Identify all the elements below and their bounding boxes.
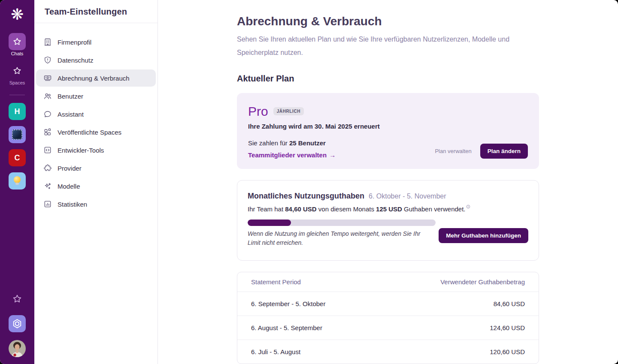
usage-line-prefix: Ihr Team hat: [248, 205, 285, 213]
column-header-period: Statement Period: [251, 278, 301, 286]
bot-initial: H: [15, 107, 20, 116]
star-icon: [9, 62, 26, 79]
sidebar-item-entwickler-tools[interactable]: Entwickler-Tools: [36, 141, 156, 159]
info-icon[interactable]: [466, 205, 470, 210]
main-panel: Abrechnung & Verbrauch Sehen Sie Ihren a…: [158, 0, 618, 364]
usage-card-title: Monatliches Nutzungsguthaben: [248, 192, 364, 201]
sidebar-title: Team-Einstellungen: [45, 7, 147, 17]
table-row[interactable]: 6. August - 5. September 124,60 USD: [237, 316, 539, 340]
users-icon: [43, 92, 52, 100]
sidebar-item-label: Statistiken: [58, 201, 87, 208]
sidebar-item-benutzer[interactable]: Benutzer: [36, 87, 156, 105]
sparkles-icon: [43, 182, 52, 190]
rail-divider: [9, 95, 25, 95]
sidebar-item-label: Veröffentlichte Spaces: [58, 129, 121, 136]
manage-team-members-link[interactable]: Teammitglieder verwalten →: [248, 151, 336, 159]
sidebar-item-label: Benutzer: [58, 93, 83, 100]
table-row[interactable]: 6. September - 5. Oktober 84,60 USD: [237, 292, 539, 316]
bot-avatar-c[interactable]: C: [9, 149, 26, 166]
monthly-usage-card: Monatliches Nutzungsguthaben 6. Oktober …: [237, 180, 539, 261]
rail-nav-chats-label: Chats: [11, 51, 24, 56]
sidebar-item-label: Datenschutz: [58, 57, 93, 64]
bar-chart-icon: [43, 200, 52, 208]
plan-renewal-text: Ihre Zahlung wird am 30. Mai 2025 erneue…: [248, 123, 435, 130]
sidebar-header: Team-Einstellungen: [34, 0, 158, 23]
statement-period: 6. August - 5. September: [251, 324, 322, 331]
usage-line-middle: von diesem Monats: [317, 205, 376, 213]
banknote-icon: [43, 74, 52, 82]
rail-footer: [9, 294, 26, 357]
statement-amount: 84,60 USD: [494, 300, 525, 307]
bot-initial: C: [15, 153, 20, 162]
sidebar-item-statistiken[interactable]: Statistiken: [36, 196, 156, 213]
grid-icon: [43, 128, 52, 136]
column-header-amount: Verwendeter Guthabenbetrag: [440, 278, 525, 286]
usage-line-suffix: Guthaben verwendet.: [402, 205, 466, 213]
usage-period: 6. Oktober - 5. November: [369, 193, 446, 200]
current-plan-card: Pro JÄHRLICH Ihre Zahlung wird am 30. Ma…: [237, 93, 539, 169]
arrow-right-icon: →: [329, 151, 336, 159]
sidebar-item-label: Modelle: [58, 183, 80, 190]
user-avatar[interactable]: [9, 340, 26, 357]
plan-seats-text: Sie zahlen für 25 Benutzer: [248, 139, 435, 147]
chat-bubble-icon: [43, 110, 52, 118]
plan-actions: Plan verwalten Plan ändern: [435, 144, 528, 159]
manage-plan-button[interactable]: Plan verwalten: [435, 148, 471, 154]
statement-amount: 120,60 USD: [490, 348, 525, 355]
settings-sidebar: Team-Einstellungen Firmenprofil Datensch…: [34, 0, 158, 364]
plan-seats-prefix: Sie zahlen für: [248, 139, 289, 147]
star-icon: [9, 33, 26, 50]
hexagon-logo-icon[interactable]: [9, 315, 26, 332]
manage-team-members-label: Teammitglieder verwalten: [248, 151, 327, 159]
sidebar-item-label: Abrechnung & Verbrauch: [58, 75, 130, 82]
bot-avatar-bulb[interactable]: [9, 172, 26, 190]
settings-menu: Firmenprofil Datenschutz Abrechnung & Ve…: [34, 23, 158, 214]
statement-period: 6. September - 5. Oktober: [251, 300, 325, 307]
left-rail: ❋ Chats Spaces H C: [0, 0, 34, 364]
plan-details: Pro JÄHRLICH Ihre Zahlung wird am 30. Ma…: [248, 104, 435, 159]
usage-progress-bar: [248, 220, 436, 226]
star-icon[interactable]: [12, 294, 22, 306]
plan-seats-count: 25 Benutzer: [289, 139, 326, 147]
sidebar-item-assistant[interactable]: Assistant: [36, 105, 156, 123]
sidebar-item-datenschutz[interactable]: Datenschutz: [36, 51, 156, 69]
puzzle-icon: [43, 164, 52, 172]
statement-table: Statement Period Verwendeter Guthabenbet…: [237, 272, 539, 364]
add-credits-button[interactable]: Mehr Guthaben hinzufügen: [439, 228, 528, 243]
sidebar-item-label: Firmenprofil: [58, 39, 91, 46]
shield-icon: [43, 56, 52, 64]
rail-nav-chats[interactable]: Chats: [9, 33, 26, 56]
poe-knot-icon[interactable]: ❋: [8, 5, 27, 24]
table-row[interactable]: 6. Juli - 5. August 120,60 USD: [237, 340, 539, 364]
sidebar-item-label: Provider: [58, 165, 82, 172]
billing-cycle-badge: JÄHRLICH: [273, 107, 304, 115]
sidebar-item-veroeffentlichte-spaces[interactable]: Veröffentlichte Spaces: [36, 123, 156, 141]
sidebar-item-label: Assistant: [58, 111, 84, 118]
bot-avatar-h[interactable]: H: [9, 103, 26, 120]
lightbulb-icon: [13, 176, 21, 186]
rail-nav-spaces-label: Spaces: [9, 80, 25, 85]
sidebar-item-abrechnung[interactable]: Abrechnung & Verbrauch: [36, 69, 156, 87]
app-window: ❋ Chats Spaces H C: [0, 0, 618, 364]
statement-table-header: Statement Period Verwendeter Guthabenbet…: [237, 272, 539, 292]
sidebar-item-modelle[interactable]: Modelle: [36, 177, 156, 195]
usage-amount-used: 84,60 USD: [285, 205, 316, 213]
sidebar-item-provider[interactable]: Provider: [36, 159, 156, 177]
usage-amount-total: 125 USD: [376, 205, 402, 213]
usage-forecast-note: Wenn die Nutzung im gleichen Tempo weite…: [248, 229, 436, 247]
statement-period: 6. Juli - 5. August: [251, 348, 300, 355]
section-title-current-plan: Aktueller Plan: [237, 74, 539, 84]
chip-icon: [12, 129, 22, 140]
change-plan-button[interactable]: Plan ändern: [480, 144, 528, 159]
page-subtitle: Sehen Sie Ihren aktuellen Plan und wie S…: [237, 33, 539, 59]
usage-summary-text: Ihr Team hat 84,60 USD von diesem Monats…: [248, 205, 528, 213]
rail-nav-spaces[interactable]: Spaces: [9, 62, 26, 85]
statement-amount: 124,60 USD: [490, 324, 525, 331]
page-title: Abrechnung & Verbrauch: [237, 15, 539, 28]
code-icon: [43, 146, 52, 154]
plan-name: Pro: [248, 104, 268, 118]
bot-avatar-chip[interactable]: [9, 126, 26, 143]
sidebar-item-label: Entwickler-Tools: [58, 147, 104, 154]
usage-progress-fill: [248, 220, 291, 226]
sidebar-item-firmenprofil[interactable]: Firmenprofil: [36, 33, 156, 51]
